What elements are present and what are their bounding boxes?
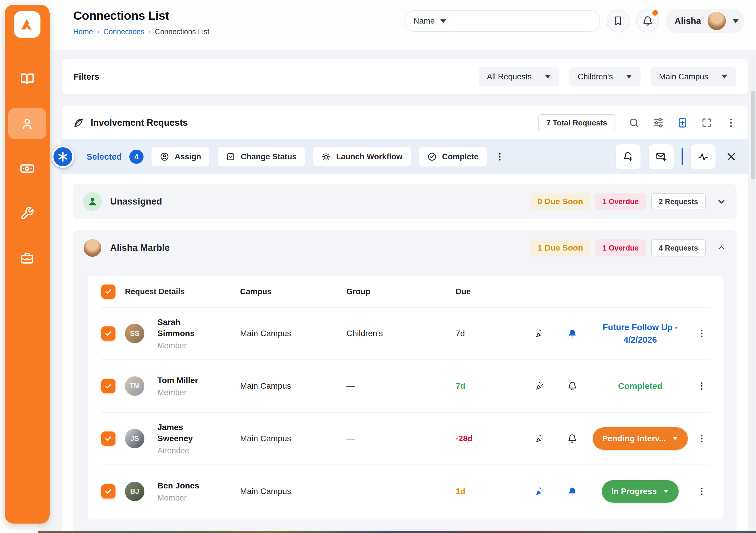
collapse-group-button[interactable]	[716, 243, 726, 253]
breadcrumb-home[interactable]: Home	[73, 27, 93, 36]
rock-logo[interactable]	[14, 11, 40, 38]
kebab-menu-icon	[495, 152, 505, 162]
global-search-input[interactable]	[455, 11, 600, 31]
sidebar-item-people[interactable]	[8, 108, 46, 139]
row-checkbox[interactable]	[101, 379, 116, 393]
row-checkbox[interactable]	[101, 431, 116, 445]
filter-group-dropdown[interactable]: Children's	[569, 67, 640, 87]
row-menu-button[interactable]	[692, 486, 712, 496]
status-select-icon	[226, 152, 235, 162]
status-cell: Future Follow Up - 4/2/2026	[588, 321, 692, 346]
search-field-selector[interactable]: Name	[405, 11, 455, 31]
launch-workflow-button[interactable]: Launch Workflow	[313, 147, 411, 167]
sidebar-item-tools[interactable]	[8, 198, 46, 229]
add-reminder-button[interactable]	[615, 144, 641, 169]
complete-button[interactable]: Complete	[419, 147, 487, 167]
search-button[interactable]	[629, 117, 640, 128]
person-name[interactable]: Ben Jones	[157, 480, 213, 492]
filter-campus-dropdown[interactable]: Main Campus	[651, 67, 736, 87]
user-avatar	[707, 11, 726, 31]
row-menu-button[interactable]	[692, 434, 712, 444]
bell-plus-icon	[623, 151, 634, 162]
kebab-menu-icon	[697, 381, 707, 391]
notifications-button[interactable]	[636, 10, 659, 33]
screen-edge-artifact	[39, 531, 756, 533]
celebration-icon[interactable]	[524, 328, 556, 339]
celebration-icon[interactable]	[524, 434, 556, 444]
bell-icon	[642, 16, 653, 26]
gear-icon	[321, 152, 331, 162]
status-dropdown-pill[interactable]: In Progress	[602, 480, 679, 503]
close-selection-button[interactable]	[726, 151, 737, 162]
toolbar-right-actions	[615, 144, 737, 169]
total-requests-badge: 7 Total Requests	[538, 114, 615, 131]
celebration-icon[interactable]	[524, 381, 556, 391]
toolbar-more-button[interactable]	[495, 152, 505, 162]
add-request-button[interactable]	[677, 117, 688, 128]
row-checkbox[interactable]	[101, 484, 116, 498]
change-status-button[interactable]: Change Status	[217, 147, 305, 167]
sidebar-item-work[interactable]	[8, 242, 46, 274]
header-actions: Name Alisha	[405, 9, 744, 33]
reminder-bell-icon[interactable]	[556, 434, 588, 444]
person-name[interactable]: James Sweeney	[157, 422, 213, 444]
assign-label: Assign	[175, 152, 201, 162]
send-communication-button[interactable]	[649, 144, 674, 169]
panel-title: Involvement Requests	[91, 117, 188, 128]
campus-cell: Main Campus	[240, 381, 346, 391]
check-icon	[104, 329, 113, 338]
click-indicator	[52, 145, 74, 168]
breadcrumb-connections[interactable]: Connections	[103, 27, 145, 36]
expand-group-button[interactable]	[716, 196, 726, 207]
fullscreen-button[interactable]	[701, 117, 712, 128]
caret-down-icon	[626, 75, 632, 79]
status-link[interactable]: Future Follow Up - 4/2/2026	[593, 321, 688, 346]
reminder-bell-icon[interactable]	[556, 486, 588, 496]
select-all-checkbox[interactable]	[101, 285, 116, 299]
row-menu-button[interactable]	[692, 381, 712, 391]
scrollbar-thumb[interactable]	[751, 91, 755, 179]
filter-requests-dropdown[interactable]: All Requests	[479, 67, 560, 87]
selection-toolbar: Selected 4 Assign Change Status	[62, 139, 748, 174]
reminder-bell-icon[interactable]	[556, 381, 588, 391]
row-checkbox[interactable]	[101, 326, 116, 341]
money-icon	[20, 162, 34, 176]
expand-icon	[701, 117, 712, 128]
table-row[interactable]: TM Tom Miller Member Main Campus — 7d	[101, 360, 710, 413]
filter-group-value: Children's	[578, 72, 613, 82]
group-row-unassigned[interactable]: Unassigned 0 Due Soon 1 Overdue 2 Reques…	[73, 184, 737, 219]
status-dropdown-pill[interactable]: Pending Interv...	[593, 427, 688, 450]
table-row[interactable]: BJ Ben Jones Member Main Campus — 1d	[101, 465, 710, 518]
sidebar-item-giving[interactable]	[8, 153, 46, 184]
group-name: Alisha Marble	[110, 242, 170, 253]
table-row[interactable]: SS Sarah Simmons Member Main Campus Chil…	[101, 308, 710, 360]
grid-filter-button[interactable]	[653, 117, 664, 128]
panel-menu-button[interactable]	[725, 117, 737, 128]
caret-down-icon	[722, 75, 727, 79]
activity-button[interactable]	[690, 144, 716, 169]
person-name[interactable]: Tom Miller	[157, 375, 213, 386]
status-text: Pending Interv...	[602, 434, 666, 443]
pulse-icon	[697, 151, 709, 162]
user-menu[interactable]: Alisha	[666, 9, 744, 33]
row-menu-button[interactable]	[692, 328, 712, 339]
sidebar-item-library[interactable]	[8, 63, 46, 94]
person-avatar: JS	[125, 429, 145, 448]
rock-logo-icon	[19, 16, 36, 33]
overdue-badge: 1 Overdue	[595, 193, 646, 210]
table-row[interactable]: JS James Sweeney Attendee Main Campus — …	[101, 413, 710, 465]
col-group: Group	[346, 287, 456, 296]
status-text[interactable]: Completed	[618, 381, 662, 391]
breadcrumb-current: Connections List	[155, 27, 209, 36]
group-row-alisha[interactable]: Alisha Marble 1 Due Soon 1 Overdue 4 Req…	[73, 230, 737, 266]
bookmarks-button[interactable]	[607, 10, 630, 33]
involvement-requests-panel: Involvement Requests 7 Total Requests	[62, 106, 748, 533]
assign-button[interactable]: Assign	[151, 147, 210, 167]
person-name[interactable]: Sarah Simmons	[157, 317, 213, 339]
scrollbar[interactable]	[751, 53, 755, 529]
status-text: In Progress	[611, 487, 657, 496]
filters-bar: Filters All Requests Children's Main Cam…	[62, 59, 748, 94]
requests-count-badge: 2 Requests	[651, 193, 706, 210]
reminder-bell-icon[interactable]	[556, 328, 588, 339]
celebration-icon[interactable]	[524, 486, 556, 496]
